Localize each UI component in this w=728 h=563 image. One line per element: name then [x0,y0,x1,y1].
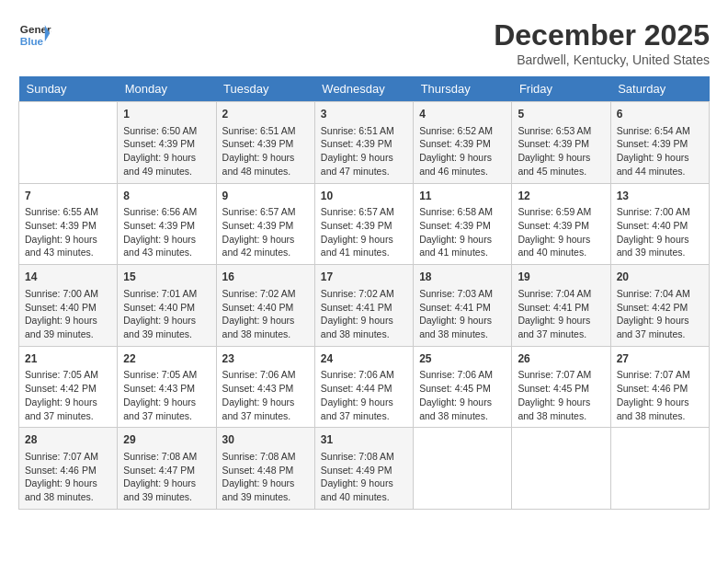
day-info: Sunrise: 7:03 AM Sunset: 4:41 PM Dayligh… [419,287,506,341]
calendar-cell: 11Sunrise: 6:58 AM Sunset: 4:39 PM Dayli… [414,183,512,265]
day-info: Sunrise: 6:59 AM Sunset: 4:39 PM Dayligh… [518,205,604,259]
day-number: 27 [617,351,703,367]
day-number: 8 [123,189,210,204]
day-header-tuesday: Tuesday [216,76,314,102]
day-number: 14 [25,270,111,285]
day-info: Sunrise: 6:55 AM Sunset: 4:39 PM Dayligh… [25,205,111,259]
day-info: Sunrise: 7:00 AM Sunset: 4:40 PM Dayligh… [617,205,703,259]
calendar-cell: 25Sunrise: 7:06 AM Sunset: 4:45 PM Dayli… [414,346,512,428]
day-header-sunday: Sunday [19,76,118,102]
calendar-cell: 15Sunrise: 7:01 AM Sunset: 4:40 PM Dayli… [118,265,216,347]
calendar-cell: 13Sunrise: 7:00 AM Sunset: 4:40 PM Dayli… [610,183,709,265]
day-number: 15 [123,270,210,285]
day-info: Sunrise: 7:08 AM Sunset: 4:48 PM Dayligh… [222,450,309,504]
day-info: Sunrise: 7:04 AM Sunset: 4:41 PM Dayligh… [518,287,604,341]
day-info: Sunrise: 7:07 AM Sunset: 4:45 PM Dayligh… [518,368,604,422]
calendar-cell: 10Sunrise: 6:57 AM Sunset: 4:39 PM Dayli… [314,183,413,265]
day-info: Sunrise: 7:06 AM Sunset: 4:44 PM Dayligh… [321,368,407,422]
day-header-friday: Friday [512,76,610,102]
calendar-cell: 30Sunrise: 7:08 AM Sunset: 4:48 PM Dayli… [216,428,314,510]
day-number: 7 [25,189,111,204]
day-info: Sunrise: 6:52 AM Sunset: 4:39 PM Dayligh… [419,124,506,178]
day-number: 3 [321,107,407,122]
calendar-cell: 9Sunrise: 6:57 AM Sunset: 4:39 PM Daylig… [216,183,314,265]
calendar-week-3: 14Sunrise: 7:00 AM Sunset: 4:40 PM Dayli… [19,265,710,347]
calendar-cell: 23Sunrise: 7:06 AM Sunset: 4:43 PM Dayli… [216,346,314,428]
day-number: 18 [419,270,506,285]
day-number: 28 [25,432,111,448]
day-info: Sunrise: 7:07 AM Sunset: 4:46 PM Dayligh… [617,368,703,422]
day-info: Sunrise: 6:51 AM Sunset: 4:39 PM Dayligh… [321,124,407,178]
calendar-cell: 19Sunrise: 7:04 AM Sunset: 4:41 PM Dayli… [512,265,610,347]
calendar-cell [512,428,610,510]
day-info: Sunrise: 7:04 AM Sunset: 4:42 PM Dayligh… [617,287,703,341]
logo: General Blue [18,18,51,52]
calendar-cell: 29Sunrise: 7:08 AM Sunset: 4:47 PM Dayli… [118,428,216,510]
calendar-cell [19,102,118,184]
day-number: 9 [222,189,309,204]
day-info: Sunrise: 7:05 AM Sunset: 4:43 PM Dayligh… [123,368,210,422]
day-info: Sunrise: 7:05 AM Sunset: 4:42 PM Dayligh… [25,368,111,422]
day-number: 10 [321,189,407,204]
calendar-cell: 1Sunrise: 6:50 AM Sunset: 4:39 PM Daylig… [118,102,216,184]
day-number: 25 [419,351,506,367]
day-header-saturday: Saturday [610,76,709,102]
day-number: 29 [123,432,210,448]
day-info: Sunrise: 6:54 AM Sunset: 4:39 PM Dayligh… [617,124,703,178]
calendar-cell: 17Sunrise: 7:02 AM Sunset: 4:41 PM Dayli… [314,265,413,347]
location-subtitle: Bardwell, Kentucky, United States [494,52,710,67]
day-number: 31 [321,432,407,448]
day-info: Sunrise: 7:08 AM Sunset: 4:49 PM Dayligh… [321,450,407,504]
calendar-cell: 18Sunrise: 7:03 AM Sunset: 4:41 PM Dayli… [414,265,512,347]
calendar-cell: 26Sunrise: 7:07 AM Sunset: 4:45 PM Dayli… [512,346,610,428]
day-number: 11 [419,189,506,204]
day-info: Sunrise: 7:06 AM Sunset: 4:45 PM Dayligh… [419,368,506,422]
calendar-cell: 3Sunrise: 6:51 AM Sunset: 4:39 PM Daylig… [314,102,413,184]
calendar-cell [610,428,709,510]
day-info: Sunrise: 7:01 AM Sunset: 4:40 PM Dayligh… [123,287,210,341]
day-number: 23 [222,351,309,367]
day-info: Sunrise: 6:50 AM Sunset: 4:39 PM Dayligh… [123,124,210,178]
day-number: 12 [518,189,604,204]
calendar-cell: 4Sunrise: 6:52 AM Sunset: 4:39 PM Daylig… [414,102,512,184]
calendar-week-5: 28Sunrise: 7:07 AM Sunset: 4:46 PM Dayli… [19,428,710,510]
day-number: 2 [222,107,309,122]
day-info: Sunrise: 7:08 AM Sunset: 4:47 PM Dayligh… [123,450,210,504]
day-number: 24 [321,351,407,367]
day-header-wednesday: Wednesday [314,76,413,102]
logo-icon: General Blue [18,18,51,52]
day-number: 20 [617,270,703,285]
day-number: 26 [518,351,604,367]
calendar-cell: 28Sunrise: 7:07 AM Sunset: 4:46 PM Dayli… [19,428,118,510]
day-number: 17 [321,270,407,285]
day-number: 16 [222,270,309,285]
day-info: Sunrise: 6:56 AM Sunset: 4:39 PM Dayligh… [123,205,210,259]
day-info: Sunrise: 7:02 AM Sunset: 4:41 PM Dayligh… [321,287,407,341]
day-info: Sunrise: 6:53 AM Sunset: 4:39 PM Dayligh… [518,124,604,178]
day-info: Sunrise: 6:58 AM Sunset: 4:39 PM Dayligh… [419,205,506,259]
day-number: 19 [518,270,604,285]
calendar-cell: 8Sunrise: 6:56 AM Sunset: 4:39 PM Daylig… [118,183,216,265]
calendar-week-4: 21Sunrise: 7:05 AM Sunset: 4:42 PM Dayli… [19,346,710,428]
month-title: December 2025 [494,18,710,52]
day-number: 5 [518,107,604,122]
day-info: Sunrise: 7:07 AM Sunset: 4:46 PM Dayligh… [25,450,111,504]
day-info: Sunrise: 6:57 AM Sunset: 4:39 PM Dayligh… [321,205,407,259]
calendar-cell [414,428,512,510]
calendar-cell: 27Sunrise: 7:07 AM Sunset: 4:46 PM Dayli… [610,346,709,428]
calendar-cell: 2Sunrise: 6:51 AM Sunset: 4:39 PM Daylig… [216,102,314,184]
calendar-cell: 21Sunrise: 7:05 AM Sunset: 4:42 PM Dayli… [19,346,118,428]
calendar-cell: 5Sunrise: 6:53 AM Sunset: 4:39 PM Daylig… [512,102,610,184]
day-header-thursday: Thursday [414,76,512,102]
day-info: Sunrise: 7:06 AM Sunset: 4:43 PM Dayligh… [222,368,309,422]
day-number: 22 [123,351,210,367]
calendar-cell: 16Sunrise: 7:02 AM Sunset: 4:40 PM Dayli… [216,265,314,347]
calendar-cell: 14Sunrise: 7:00 AM Sunset: 4:40 PM Dayli… [19,265,118,347]
day-info: Sunrise: 6:51 AM Sunset: 4:39 PM Dayligh… [222,124,309,178]
header-row: SundayMondayTuesdayWednesdayThursdayFrid… [19,76,710,102]
calendar-cell: 20Sunrise: 7:04 AM Sunset: 4:42 PM Dayli… [610,265,709,347]
day-number: 13 [617,189,703,204]
day-number: 1 [123,107,210,122]
calendar-cell: 31Sunrise: 7:08 AM Sunset: 4:49 PM Dayli… [314,428,413,510]
calendar-week-1: 1Sunrise: 6:50 AM Sunset: 4:39 PM Daylig… [19,102,710,184]
